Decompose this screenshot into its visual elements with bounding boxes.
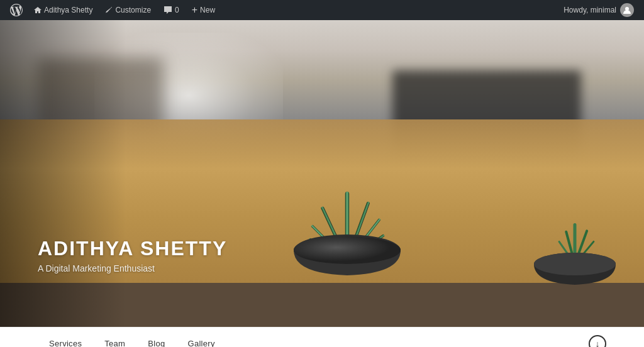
hero-title: ADITHYA SHETTY (38, 238, 227, 260)
user-icon (623, 6, 631, 14)
new-icon: + (192, 5, 197, 15)
site-name-button[interactable]: Adithya Shetty (28, 0, 99, 20)
wp-logo-icon (10, 4, 23, 16)
hero-text-overlay: ADITHYA SHETTY A Digital Marketing Enthu… (38, 238, 227, 273)
comments-icon (164, 6, 172, 14)
nav-links: Services Team Blog Gallery (38, 328, 226, 348)
user-menu[interactable]: Howdy, minimal (558, 3, 639, 17)
new-label: New (200, 6, 215, 14)
svg-point-22 (534, 253, 616, 275)
hero-section: ADITHYA SHETTY A Digital Marketing Enthu… (0, 20, 644, 327)
dark-overlay (0, 20, 126, 327)
comments-count: 0 (175, 6, 179, 14)
nav-link-team[interactable]: Team (93, 328, 136, 348)
nav-link-blog[interactable]: Blog (136, 328, 176, 348)
arrow-down-icon: ↓ (596, 339, 600, 348)
nav-link-gallery[interactable]: Gallery (176, 328, 226, 348)
admin-bar: Adithya Shetty Customize 0 + New Howdy, … (0, 0, 644, 20)
wp-logo-button[interactable] (5, 0, 28, 20)
customize-button[interactable]: Customize (99, 0, 157, 20)
comments-button[interactable]: 0 (157, 0, 186, 20)
home-icon (34, 6, 42, 14)
plant-pot-main (284, 157, 410, 277)
avatar (620, 3, 634, 17)
svg-point-15 (294, 236, 401, 264)
nav-bar: Services Team Blog Gallery ↓ (0, 327, 644, 347)
new-content-button[interactable]: + New (186, 0, 221, 20)
plant-pot-right (525, 189, 625, 289)
admin-bar-left: Adithya Shetty Customize 0 + New (5, 0, 558, 20)
howdy-text: Howdy, minimal (564, 6, 616, 14)
scroll-down-button[interactable]: ↓ (589, 335, 606, 348)
plant-right-svg (525, 189, 625, 289)
customize-icon (105, 6, 113, 14)
site-name-label: Adithya Shetty (44, 6, 92, 14)
customize-label: Customize (115, 6, 151, 14)
hero-subtitle: A Digital Marketing Enthusiast (38, 263, 227, 273)
nav-link-services[interactable]: Services (38, 328, 93, 348)
plant-leaves-svg (284, 157, 410, 277)
